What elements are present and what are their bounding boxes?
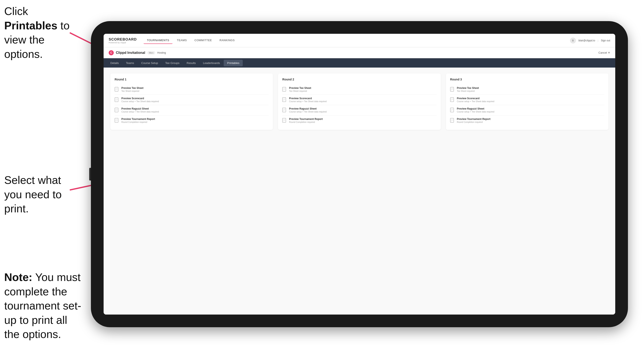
tournament-badge: Men (147, 51, 155, 54)
tournament-logo: C (109, 50, 114, 55)
tab-course-setup[interactable]: Course Setup (138, 60, 162, 66)
round-1-scorecard-title: Preview Scorecard (121, 97, 159, 100)
round-3-title: Round 3 (450, 78, 604, 81)
round-1-tee-sheet-subtitle: Tee Sheet required (121, 90, 144, 92)
document-icon-8 (282, 118, 287, 124)
scoreboard-sub: Powered by clippd (109, 42, 137, 44)
round-1-scorecard-subtitle: Course setup + Tee Sheet data required (121, 100, 159, 103)
hosting-badge: Hosting (157, 51, 166, 54)
tablet-screen: SCOREBOARD Powered by clippd TOURNAMENTS… (104, 34, 615, 315)
round-2-tee-sheet-subtitle: Tee Sheet required (289, 90, 311, 92)
annotation-top: Click Printables toview the options. (4, 4, 76, 61)
round-3-scorecard-content: Preview Scorecard Course setup + Tee She… (457, 97, 494, 103)
round-2-scorecard-content: Preview Scorecard Course setup + Tee She… (289, 97, 326, 103)
document-icon-5 (282, 87, 287, 92)
round-1-tee-sheet-content: Preview Tee Sheet Tee Sheet required (121, 87, 144, 92)
document-icon-6 (282, 97, 287, 103)
document-icon-7 (282, 108, 287, 113)
round-3-raguzzi-content: Preview Raguzzi Sheet Course setup + Tee… (457, 107, 494, 113)
round-3-tee-sheet-content: Preview Tee Sheet Tee Sheet required (457, 87, 479, 92)
round-2-raguzzi[interactable]: Preview Raguzzi Sheet Course setup + Tee… (282, 105, 436, 116)
tablet-shell: SCOREBOARD Powered by clippd TOURNAMENTS… (91, 21, 628, 327)
main-nav-items: TOURNAMENTS TEAMS COMMITTEE RANKINGS (144, 37, 570, 44)
cancel-button[interactable]: Cancel ✕ (598, 51, 610, 54)
nav-teams[interactable]: TEAMS (173, 37, 190, 44)
round-2-tee-sheet-content: Preview Tee Sheet Tee Sheet required (289, 87, 311, 92)
round-3-section: Round 3 Preview Tee Sheet Tee Sheet requ… (446, 73, 608, 130)
round-2-raguzzi-title: Preview Raguzzi Sheet (289, 107, 326, 110)
round-2-title: Round 2 (282, 78, 436, 81)
top-nav-right: B blair@clippd.io | Sign out (570, 38, 610, 43)
nav-rankings[interactable]: RANKINGS (216, 37, 238, 44)
round-1-tournament-report-title: Preview Tournament Report (121, 118, 155, 121)
round-3-scorecard[interactable]: Preview Scorecard Course setup + Tee She… (450, 95, 604, 105)
scoreboard-title: SCOREBOARD (109, 37, 137, 42)
round-1-scorecard[interactable]: Preview Scorecard Course setup + Tee She… (114, 95, 269, 105)
round-2-scorecard[interactable]: Preview Scorecard Course setup + Tee She… (282, 95, 436, 105)
tab-tee-groups[interactable]: Tee Groups (162, 60, 183, 66)
round-3-tournament-report-content: Preview Tournament Report Round Completi… (457, 118, 490, 123)
tournament-title-row: C Clippd Invitational Men Hosting (109, 50, 166, 55)
document-icon (114, 87, 119, 92)
round-3-tournament-report[interactable]: Preview Tournament Report Round Completi… (450, 116, 604, 126)
printables-bold: Printables (4, 19, 57, 32)
user-email: blair@clippd.io (578, 39, 595, 42)
round-2-section: Round 2 Preview Tee Sheet Tee Sheet requ… (278, 73, 440, 130)
round-2-raguzzi-subtitle: Course setup + Tee Sheet data required (289, 111, 326, 113)
tablet-side-button (89, 168, 91, 180)
document-icon-9 (450, 87, 455, 92)
round-2-tournament-report-content: Preview Tournament Report Round Completi… (289, 118, 323, 123)
round-3-scorecard-title: Preview Scorecard (457, 97, 494, 100)
nav-tournaments[interactable]: TOURNAMENTS (144, 37, 173, 44)
round-3-raguzzi[interactable]: Preview Raguzzi Sheet Course setup + Tee… (450, 105, 604, 116)
annotation-bot: Note: You must complete the tournament s… (4, 270, 84, 342)
annotation-mid: Select what you need to print. (4, 173, 76, 216)
round-1-tee-sheet-title: Preview Tee Sheet (121, 87, 144, 90)
round-3-tee-sheet[interactable]: Preview Tee Sheet Tee Sheet required (450, 84, 604, 95)
round-2-tee-sheet-title: Preview Tee Sheet (289, 87, 311, 90)
round-2-scorecard-subtitle: Course setup + Tee Sheet data required (289, 100, 326, 103)
round-1-raguzzi-subtitle: Course setup + Tee Sheet data required (121, 111, 159, 113)
sign-out-link[interactable]: Sign out (601, 39, 610, 42)
tab-details[interactable]: Details (107, 60, 122, 66)
rounds-grid: Round 1 Preview Tee Sheet Tee Sheet requ… (110, 73, 608, 130)
round-1-title: Round 1 (114, 78, 269, 81)
tab-bar: Details Teams Course Setup Tee Groups Re… (104, 58, 615, 68)
document-icon-2 (114, 97, 119, 103)
round-3-tee-sheet-subtitle: Tee Sheet required (457, 90, 479, 92)
top-nav: SCOREBOARD Powered by clippd TOURNAMENTS… (104, 34, 615, 47)
tab-teams[interactable]: Teams (123, 60, 138, 66)
round-3-scorecard-subtitle: Course setup + Tee Sheet data required (457, 100, 494, 103)
scoreboard-logo: SCOREBOARD Powered by clippd (109, 37, 137, 44)
document-icon-4 (114, 118, 119, 124)
round-1-raguzzi[interactable]: Preview Raguzzi Sheet Course setup + Tee… (114, 105, 269, 116)
round-1-scorecard-content: Preview Scorecard Course setup + Tee She… (121, 97, 159, 103)
tournament-header: C Clippd Invitational Men Hosting Cancel… (104, 47, 615, 58)
user-avatar: B (570, 38, 576, 43)
round-2-raguzzi-content: Preview Raguzzi Sheet Course setup + Tee… (289, 107, 326, 113)
note-bold: Note: (4, 271, 32, 283)
tab-leaderboards[interactable]: Leaderboards (200, 60, 223, 66)
document-icon-11 (450, 108, 455, 113)
round-1-raguzzi-content: Preview Raguzzi Sheet Course setup + Tee… (121, 107, 159, 113)
tab-printables[interactable]: Printables (224, 60, 243, 66)
document-icon-10 (450, 97, 455, 103)
round-3-tee-sheet-title: Preview Tee Sheet (457, 87, 479, 90)
document-icon-3 (114, 108, 119, 113)
round-2-tournament-report-title: Preview Tournament Report (289, 118, 323, 121)
main-content: Round 1 Preview Tee Sheet Tee Sheet requ… (104, 68, 615, 315)
document-icon-12 (450, 118, 455, 124)
tab-results[interactable]: Results (183, 60, 199, 66)
nav-committee[interactable]: COMMITTEE (191, 37, 216, 44)
round-2-tee-sheet[interactable]: Preview Tee Sheet Tee Sheet required (282, 84, 436, 95)
round-1-tournament-report[interactable]: Preview Tournament Report Round Completi… (114, 116, 269, 126)
round-3-tournament-report-subtitle: Round Completion required (457, 121, 490, 123)
round-2-tournament-report-subtitle: Round Completion required (289, 121, 323, 123)
round-1-tournament-report-subtitle: Round Completion required (121, 121, 155, 123)
round-1-tee-sheet[interactable]: Preview Tee Sheet Tee Sheet required (114, 84, 269, 95)
tournament-name: Clippd Invitational (116, 51, 145, 55)
round-2-scorecard-title: Preview Scorecard (289, 97, 326, 100)
round-3-raguzzi-title: Preview Raguzzi Sheet (457, 107, 494, 110)
round-2-tournament-report[interactable]: Preview Tournament Report Round Completi… (282, 116, 436, 126)
round-3-tournament-report-title: Preview Tournament Report (457, 118, 490, 121)
